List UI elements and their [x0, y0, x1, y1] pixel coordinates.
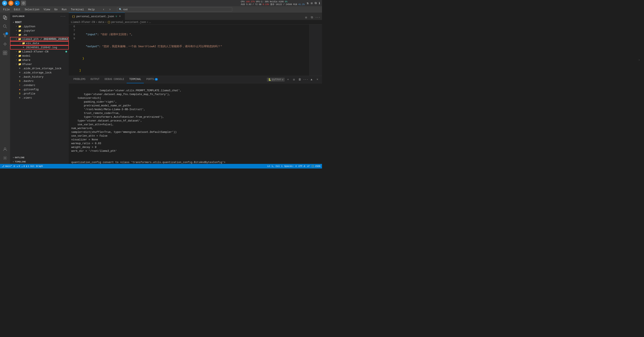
tab-output[interactable]: OUTPUT: [88, 76, 102, 83]
menu-run[interactable]: Run: [60, 6, 68, 13]
ports-badge: 1: [155, 78, 158, 81]
term-line-14: visualizer = None: [71, 138, 98, 141]
line-num-9: 9: [71, 37, 75, 41]
tab-ports[interactable]: PORTS 1: [144, 76, 160, 83]
activity-account[interactable]: [1, 145, 9, 153]
back-button[interactable]: ‹: [101, 7, 106, 12]
svg-line-9: [6, 27, 7, 28]
tree-llama3-xtuner[interactable]: › 📁 Llama3-XTuner-CN: [10, 50, 69, 54]
tree-model[interactable]: › 📁 model: [10, 54, 69, 58]
tree-ipython[interactable]: › 📁 .ipython: [10, 24, 69, 29]
tree-share[interactable]: › 📁 share ›: [10, 58, 69, 62]
statusbar-eol[interactable]: LF: [307, 165, 310, 167]
tab-terminal[interactable]: TERMINAL: [126, 76, 144, 83]
tree-nv[interactable]: › 📁 .nv: [10, 33, 69, 37]
activity-extensions[interactable]: [1, 49, 9, 57]
new-terminal-btn[interactable]: +: [286, 77, 290, 82]
search-input[interactable]: [123, 8, 230, 11]
term-line-6: '/root/model/Meta-Llama-3-8B-Instruct',: [71, 108, 145, 111]
tree-jupyter[interactable]: › 📁 .jupyter: [10, 29, 69, 33]
tree-condarc[interactable]: › ! .condarc: [10, 83, 69, 87]
split-terminal-btn[interactable]: ⊟: [292, 77, 296, 82]
jupyter-label: .jupyter: [22, 29, 69, 32]
svg-point-8: [3, 25, 6, 27]
tree-xtuner[interactable]: › 📁 XTuner: [10, 62, 69, 66]
titlebar-action-more[interactable]: ℹ: [319, 2, 320, 5]
titlebar-action-sync[interactable]: ⇅: [307, 1, 309, 5]
titlebar-action-split[interactable]: ⧉: [315, 2, 317, 5]
statusbar-language[interactable]: {} JSON: [311, 165, 320, 167]
outline-label: OUTLINE: [15, 156, 24, 159]
timeline-header[interactable]: › TIMELINE: [10, 160, 69, 164]
titlebar-action-layout[interactable]: ⊡: [311, 2, 312, 5]
search-bar[interactable]: 🔍: [117, 7, 232, 12]
tree-logfile[interactable]: › ≡ 20240501_210942.log: [10, 45, 69, 50]
menu-selection[interactable]: Selection: [22, 6, 41, 13]
statusbar-encoding[interactable]: UTF-8: [298, 165, 305, 167]
tab-debug-console[interactable]: DEBUG CONSOLE: [102, 76, 127, 83]
app-icon-2[interactable]: [8, 1, 14, 6]
statusbar-branch[interactable]: ⎇ main*: [2, 165, 12, 168]
info-icon: ℹ: [26, 165, 27, 168]
app-icon-vscode[interactable]: ◈: [15, 1, 20, 6]
panel-maximize-btn[interactable]: ▲: [309, 77, 314, 82]
tab-problems[interactable]: PROBLEMS: [71, 76, 88, 83]
activity-git[interactable]: 2: [1, 31, 9, 40]
menu-help[interactable]: Help: [86, 6, 97, 13]
tree-llama3-pth[interactable]: ▾ 📂 llama3_pth / 20240501_210942: [10, 37, 69, 41]
activity-debug[interactable]: [1, 40, 9, 48]
tree-root[interactable]: ▾ ROOT: [10, 20, 69, 24]
editor-layout-btn[interactable]: ⊟: [304, 15, 308, 20]
sidebar-more-btn[interactable]: ···: [60, 14, 66, 19]
tree-vis-data[interactable]: › 📁 vis_data: [10, 41, 69, 45]
editor-actions: ⊟ ⧉ ···: [304, 15, 322, 20]
menu-terminal[interactable]: Terminal: [69, 6, 86, 13]
editor-split-btn[interactable]: ⧉: [310, 15, 314, 20]
breadcrumb-sep1: ›: [96, 21, 97, 24]
terminal-content[interactable]: template='xtuner.utils.PROMPT_TEMPLATE.l…: [69, 83, 322, 164]
statusbar-position[interactable]: Ln 1, Col 1: [267, 165, 282, 167]
menu-edit[interactable]: Edit: [12, 6, 22, 13]
menu-go[interactable]: Go: [52, 6, 60, 13]
tree-vimrc[interactable]: › ≡ .vimrc: [10, 96, 69, 100]
forward-button[interactable]: ›: [107, 7, 113, 12]
term-line-17: work_dir = '/root/llama3_pth': [71, 150, 117, 153]
ipython-arrow: ›: [15, 25, 18, 28]
statusbar-sync[interactable]: ⟳: [14, 165, 15, 168]
menu-file[interactable]: File: [1, 6, 12, 13]
encoding-label: UTF-8: [298, 165, 305, 167]
statusbar-gitgraph[interactable]: Git Graph: [30, 165, 43, 167]
app-icon-1[interactable]: ●: [2, 1, 7, 6]
activity-explorer[interactable]: [1, 14, 9, 22]
tree-aide-storage[interactable]: › ≡ .aide_storage_lock: [10, 71, 69, 75]
menu-view[interactable]: View: [42, 6, 52, 13]
editor-more-btn[interactable]: ···: [315, 15, 320, 20]
code-editor[interactable]: 6 7 8 9 "input": "你好（请用中文回答）", "output":…: [69, 25, 322, 76]
panel-more-btn[interactable]: ···: [303, 77, 308, 82]
tree-bash-history[interactable]: › ≡ .bash_history: [10, 75, 69, 79]
tree-aide-drive[interactable]: › ≡ .aide_drive_storage_lock: [10, 66, 69, 71]
breadcrumb-data[interactable]: data: [98, 21, 104, 24]
outline-header[interactable]: › OUTLINE: [10, 155, 69, 160]
statusbar-spaces[interactable]: Spaces: 4: [284, 165, 297, 167]
statusbar-errors[interactable]: ✕ 0 ⚠ 0 ℹ 1: [16, 165, 29, 168]
tab-personal-assistant[interactable]: {} personal_assistant.json U ×: [69, 13, 125, 20]
activity-settings[interactable]: [1, 154, 9, 162]
code-line-6: "input": "你好（请用中文回答）",: [79, 33, 310, 37]
app-icon-4[interactable]: [21, 1, 26, 6]
tree-gitconfig[interactable]: › ◆ .gitconfig: [10, 87, 69, 92]
branch-icon: ⎇: [2, 165, 4, 168]
git-status-dot: [66, 51, 67, 53]
llama3-arrow: ▾: [15, 37, 18, 41]
tree-profile[interactable]: › $ .profile: [10, 92, 69, 96]
breadcrumb-file[interactable]: personal_assistant.json: [111, 21, 146, 24]
term-line-2: type='xtuner.dataset.map_fns.template_ma…: [71, 93, 170, 96]
breadcrumb-more[interactable]: …: [149, 21, 151, 24]
tree-bashrc[interactable]: › $ .bashrc: [10, 79, 69, 83]
panel-close-btn[interactable]: ×: [315, 77, 320, 82]
terminal-trash-btn[interactable]: 🗑: [297, 77, 302, 82]
python-selector[interactable]: 🐍 python ∨: [267, 78, 285, 82]
breadcrumb-llama3[interactable]: Llama3-XTuner-CN: [71, 21, 95, 24]
tab-close-btn[interactable]: ×: [118, 15, 122, 18]
activity-search[interactable]: [1, 22, 9, 31]
